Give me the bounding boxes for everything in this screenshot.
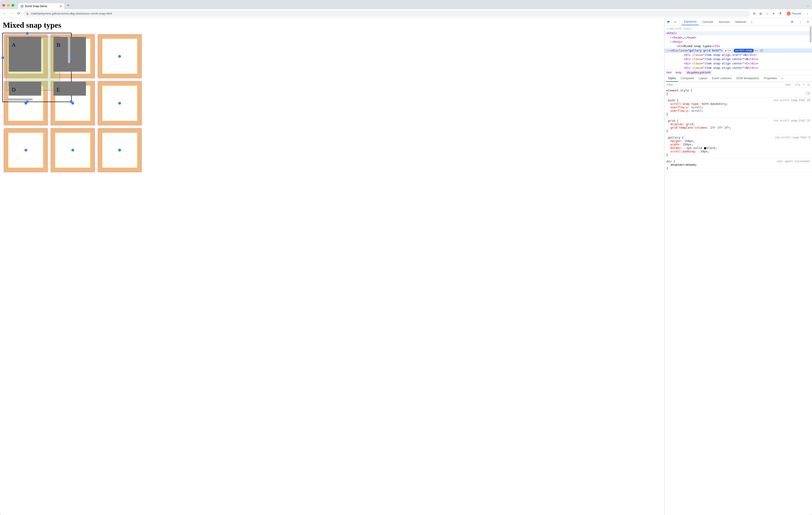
extensions-icon[interactable]: ✦	[772, 12, 776, 16]
minimize-icon[interactable]	[7, 4, 10, 7]
snap-point-icon	[25, 149, 27, 151]
profile-chip[interactable]: Paused	[785, 11, 803, 17]
hov-button[interactable]: :hov	[783, 83, 792, 87]
snap-cell	[98, 128, 142, 172]
scrollbar-horizontal[interactable]	[5, 98, 62, 101]
dom-text: Mixed snap types	[684, 44, 711, 48]
scroll-container[interactable]: A B D E	[2, 33, 71, 102]
subtab-event-listeners[interactable]: Event Listeners	[709, 75, 734, 82]
snap-point-icon	[26, 32, 29, 35]
cls-button[interactable]: .cls	[792, 83, 802, 87]
styles-toolbar: Filter :hov .cls + ◫	[664, 82, 812, 88]
scrollbar-vertical[interactable]	[68, 35, 70, 92]
rule-selector: .grid {	[666, 119, 678, 122]
snap-cell	[51, 128, 95, 172]
back-button[interactable]: ←	[2, 11, 7, 16]
item-label: D	[12, 87, 16, 91]
more-tabs-icon[interactable]: »	[749, 20, 754, 24]
address-bar[interactable]: 🔒 mathiasbynens.github.io/css-dbg-storie…	[23, 10, 750, 17]
gallery-overlay-wrap: A B D E	[2, 33, 150, 180]
color-swatch-icon[interactable]	[704, 147, 706, 149]
subtab-computed[interactable]: Computed	[678, 75, 696, 82]
lock-icon: 🔒	[26, 12, 29, 15]
devtools-scrollbar[interactable]	[810, 26, 812, 514]
menu-icon[interactable]: ⋮	[806, 12, 810, 16]
rule-source-link[interactable]: css-scroll-snap.html:29	[774, 98, 810, 102]
snap-point-icon	[1, 56, 4, 59]
rule-source-link[interactable]: css-scroll-snap.html:15	[774, 119, 810, 122]
subtab-layout[interactable]: Layout	[696, 75, 710, 82]
font-size-icon[interactable]: ᴬA	[806, 92, 810, 95]
scroll-snap-badge[interactable]: scroll-snap	[734, 49, 754, 53]
qr-icon[interactable]: ⊞	[759, 12, 763, 16]
rule-selector: element.style {	[666, 89, 692, 92]
styles-subtabs: Styles Computed Layout Event Listeners D…	[664, 75, 812, 82]
tab-strip: 🌐 Scroll Snap Demo ✕ + ⌄	[0, 0, 812, 9]
rule-selector: .gallery {	[666, 136, 684, 139]
reload-button[interactable]: ⟳	[16, 11, 21, 16]
device-toggle-icon[interactable]: ▭	[672, 20, 678, 24]
add-rule-button[interactable]: +	[802, 83, 806, 87]
subtab-styles[interactable]: Styles	[666, 75, 678, 82]
crumb-body[interactable]: body	[675, 71, 682, 74]
dom-tree[interactable]: <!DOCTYPE html> <html> ▸<head>…</head> ▾…	[664, 26, 812, 70]
item-label: E	[57, 87, 60, 91]
inspect-icon[interactable]: ◩	[666, 20, 671, 24]
subtab-dom-breakpoints[interactable]: DOM Breakpoints	[734, 75, 761, 82]
profile-label: Paused	[792, 12, 801, 15]
close-icon[interactable]: ✕	[805, 20, 811, 24]
close-tab-icon[interactable]: ✕	[60, 5, 62, 8]
browser-tab[interactable]: 🌐 Scroll Snap Demo ✕	[18, 3, 64, 9]
crumb-selected[interactable]: div.gallery.grid.both	[686, 70, 712, 75]
subtab-properties[interactable]: Properties	[761, 75, 779, 82]
avatar-icon	[787, 11, 791, 16]
rule-source-link[interactable]: css-scroll-snap.html:4	[775, 136, 810, 139]
devtools-panel: ◩ ▭ Elements Console Sources Network » ⚙…	[664, 18, 812, 515]
grid-badge[interactable]: grid	[723, 49, 733, 53]
item-label: B	[57, 42, 60, 67]
doctype: <!DOCTYPE html>	[666, 27, 692, 30]
crumb-html[interactable]: html	[666, 71, 672, 74]
page-viewport: Mixed snap types A B D	[0, 18, 664, 515]
gear-icon[interactable]: ⚙	[789, 20, 795, 24]
rule-source-link: user agent stylesheet	[777, 160, 810, 163]
snap-cell	[98, 81, 142, 125]
selected-dom-node[interactable]: ⋯ ▾<div class="gallery grid both"> grids…	[664, 49, 812, 53]
snap-point-icon	[70, 100, 72, 103]
item-label: A	[12, 42, 16, 67]
rule-selector: div {	[666, 160, 675, 163]
browser-window: 🌐 Scroll Snap Demo ✕ + ⌄ ← → ⟳ 🔒 mathias…	[0, 0, 812, 515]
maximize-icon[interactable]	[11, 4, 14, 7]
tab-title: Scroll Snap Demo	[25, 5, 47, 8]
rule-selector: .both {	[666, 98, 678, 102]
window-controls	[2, 4, 14, 7]
globe-icon: 🌐	[20, 5, 24, 8]
url-text: mathiasbynens.github.io/css-dbg-stories/…	[31, 12, 112, 15]
gallery-item: A	[9, 37, 41, 71]
styles-filter-input[interactable]: Filter	[666, 82, 783, 87]
breadcrumb[interactable]: html body div.gallery.grid.both	[664, 70, 812, 75]
devtools-tabs: ◩ ▭ Elements Console Sources Network » ⚙…	[664, 18, 812, 26]
kebab-icon[interactable]: ⋮	[797, 20, 803, 24]
labs-icon[interactable]: ⚗	[778, 12, 782, 16]
styles-pane[interactable]: ᴬA element.style {} css-scroll-snap.html…	[664, 88, 812, 515]
snap-point-icon	[118, 55, 121, 58]
content-area: Mixed snap types A B D	[0, 18, 812, 515]
forward-button[interactable]: →	[9, 11, 14, 16]
page-title: Mixed snap types	[3, 21, 661, 30]
close-icon[interactable]	[2, 4, 5, 7]
browser-toolbar: ← → ⟳ 🔒 mathiasbynens.github.io/css-dbg-…	[0, 9, 812, 18]
snap-cell	[4, 128, 48, 172]
chevron-down-icon[interactable]: ⌄	[806, 3, 810, 7]
tab-network[interactable]: Network	[733, 19, 749, 25]
new-tab-button[interactable]: +	[66, 3, 71, 8]
gallery-item: D	[9, 82, 41, 95]
snap-cell	[98, 34, 142, 78]
star-icon[interactable]: ☆	[765, 12, 769, 16]
tab-sources[interactable]: Sources	[716, 19, 732, 25]
more-subtabs-icon[interactable]: »	[779, 75, 785, 82]
devices-icon[interactable]: ⧉	[752, 11, 756, 16]
tab-elements[interactable]: Elements	[682, 19, 699, 25]
tab-console[interactable]: Console	[700, 19, 716, 25]
